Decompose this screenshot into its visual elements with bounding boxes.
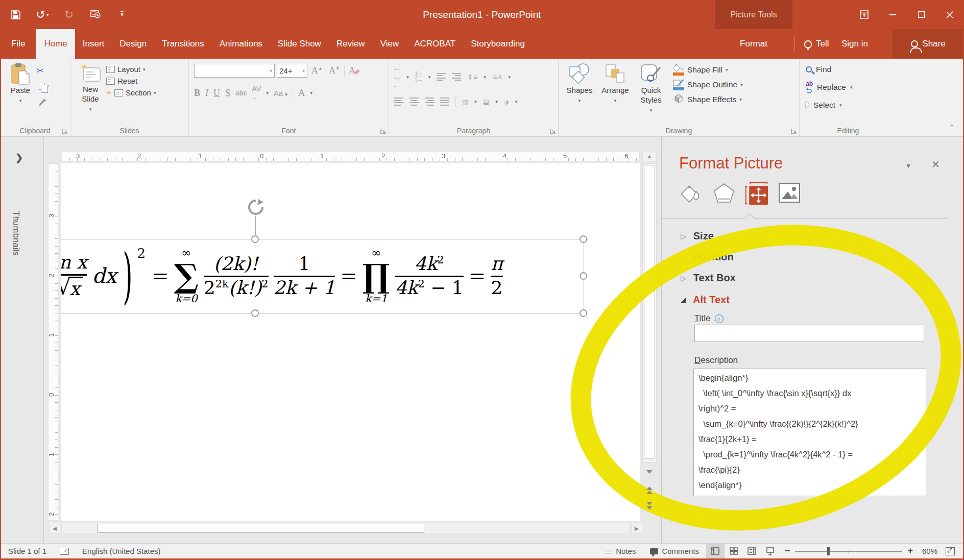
tab-design[interactable]: Design xyxy=(112,29,154,59)
effects-tab[interactable] xyxy=(712,181,736,205)
panel-options-dropdown-icon[interactable]: ▼ xyxy=(905,162,911,169)
align-left-icon[interactable] xyxy=(394,96,403,107)
bullets-button[interactable] xyxy=(394,64,400,90)
equation-image[interactable]: in x √x dx ) 2 = ∞ ∑ k=0 (2k)! 22k(k!)2 … xyxy=(61,240,503,311)
zoom-out-button[interactable]: − xyxy=(785,546,790,556)
line-spacing-button[interactable]: ⇕≡ xyxy=(467,73,477,81)
font-size-combo[interactable]: 24+▾ xyxy=(277,64,307,78)
section-text-box[interactable]: ▷ Text Box xyxy=(681,272,736,284)
fill-line-tab[interactable] xyxy=(679,181,704,205)
shrink-font-button[interactable]: A▼ xyxy=(327,65,342,76)
sign-in-link[interactable]: Sign in xyxy=(841,29,868,59)
zoom-in-button[interactable]: + xyxy=(907,546,913,556)
tab-acrobat[interactable]: ACROBAT xyxy=(406,29,463,59)
font-dialog-launcher[interactable] xyxy=(380,128,387,134)
collapse-ribbon-icon[interactable]: ⌃ xyxy=(949,123,955,131)
find-button[interactable]: Find xyxy=(806,65,897,74)
tab-animations[interactable]: Animations xyxy=(212,29,270,59)
hscroll-right-arrow[interactable]: ▶ xyxy=(631,523,642,534)
maximize-button[interactable] xyxy=(907,0,935,29)
tell-me-box[interactable]: Tell xyxy=(794,29,829,59)
numbering-button[interactable]: 1—2—3— xyxy=(415,71,422,82)
picture-tab[interactable] xyxy=(777,181,802,205)
panel-close-icon[interactable]: ✕ xyxy=(931,158,940,171)
justify-icon[interactable] xyxy=(440,96,449,107)
slide-indicator[interactable]: Slide 1 of 1 xyxy=(8,547,46,555)
new-slide-dropdown[interactable]: ▾ xyxy=(89,105,92,114)
text-direction-button[interactable]: ⇊A xyxy=(492,73,502,81)
paragraph-dialog-launcher[interactable] xyxy=(550,128,556,134)
bold-button[interactable]: B xyxy=(194,88,200,99)
slide-canvas[interactable]: in x √x dx ) 2 = ∞ ∑ k=0 (2k)! 22k(k!)2 … xyxy=(61,163,640,521)
section-alt-text[interactable]: ◢ Alt Text xyxy=(681,294,730,306)
underline-button[interactable]: U xyxy=(213,88,220,99)
paste-dropdown[interactable]: ▾ xyxy=(19,96,22,106)
ribbon-display-options-icon[interactable] xyxy=(850,0,878,29)
thumbnails-pane-collapsed[interactable]: ❯ Thumbnails xyxy=(1,137,44,543)
tab-view[interactable]: View xyxy=(373,29,407,59)
spellcheck-icon[interactable] xyxy=(60,548,69,555)
clear-formatting-button[interactable]: A xyxy=(347,65,362,76)
expand-thumbnails-icon[interactable]: ❯ xyxy=(15,152,23,163)
tab-home[interactable]: Home xyxy=(36,29,75,59)
zoom-percentage[interactable]: 60% xyxy=(918,547,942,555)
tab-storyboarding[interactable]: Storyboarding xyxy=(463,29,533,59)
section-button[interactable]: ✳Section▾ xyxy=(106,88,156,97)
alt-description-textarea[interactable]: \begin{align*} \left( \int_0^\infty \fra… xyxy=(693,369,926,496)
italic-button[interactable]: I xyxy=(205,88,208,99)
vscroll-thumb[interactable] xyxy=(644,165,655,458)
columns-button[interactable]: ▥ xyxy=(462,98,468,106)
language-indicator[interactable]: English (United States) xyxy=(82,547,160,555)
paste-button[interactable]: Paste ▾ xyxy=(0,59,36,136)
character-spacing-button[interactable]: AV↔ xyxy=(252,85,261,101)
layout-button[interactable]: Layout▾ xyxy=(106,65,156,74)
resize-handle-bottom-center[interactable] xyxy=(251,309,259,317)
resize-handle-top-right[interactable] xyxy=(580,235,587,243)
next-slide-button[interactable] xyxy=(642,499,657,512)
hscroll-thumb[interactable] xyxy=(98,524,424,533)
share-button[interactable]: Share xyxy=(893,29,964,59)
zoom-slider-thumb[interactable] xyxy=(827,547,830,555)
decrease-indent-icon[interactable] xyxy=(437,71,446,82)
tab-review[interactable]: Review xyxy=(329,29,373,59)
format-painter-button[interactable] xyxy=(37,96,54,108)
reset-button[interactable]: Reset xyxy=(106,77,156,85)
copy-button[interactable]: ▾ xyxy=(37,81,54,92)
shape-outline-button[interactable]: Shape Outline▾ xyxy=(673,79,743,90)
text-shadow-button[interactable]: S xyxy=(225,88,230,99)
align-center-icon[interactable] xyxy=(409,96,419,107)
grow-font-button[interactable]: A▲ xyxy=(309,65,325,76)
drawing-dialog-launcher[interactable] xyxy=(791,128,797,134)
vscroll-down-arrow[interactable] xyxy=(642,466,657,478)
slide-sorter-view-button[interactable] xyxy=(725,544,743,559)
slide-show-button[interactable] xyxy=(761,544,780,559)
notes-button[interactable]: Notes xyxy=(598,544,643,559)
resize-handle-bottom-right[interactable] xyxy=(580,309,587,317)
horizontal-scrollbar[interactable] xyxy=(61,523,630,534)
strikethrough-button[interactable]: abc xyxy=(235,89,247,97)
arrange-button[interactable]: Arrange ▾ xyxy=(597,59,633,136)
close-button[interactable] xyxy=(935,0,964,29)
select-button[interactable]: Select▾ xyxy=(806,101,897,110)
convert-smartart-button[interactable]: ⬗ xyxy=(504,98,509,106)
new-slide-button[interactable]: ✳ New Slide ▾ xyxy=(70,59,106,136)
info-icon[interactable]: i xyxy=(715,314,724,323)
tab-insert[interactable]: Insert xyxy=(75,29,112,59)
section-size[interactable]: ▷ Size xyxy=(681,230,714,242)
shape-effects-button[interactable]: Shape Effects▾ xyxy=(673,93,743,106)
tab-transitions[interactable]: Transitions xyxy=(154,29,212,59)
hscroll-left-arrow[interactable]: ◀ xyxy=(49,523,60,534)
comments-button[interactable]: Comments xyxy=(643,544,706,559)
shapes-button[interactable]: Shapes ▾ xyxy=(562,59,597,136)
shape-fill-button[interactable]: Shape Fill▾ xyxy=(673,64,743,76)
align-right-icon[interactable] xyxy=(425,96,434,107)
previous-slide-button[interactable] xyxy=(642,484,657,496)
change-case-button[interactable]: Aa ▾ xyxy=(274,89,287,98)
font-color-button[interactable]: A xyxy=(298,87,305,99)
replace-button[interactable]: ab⮌Replace▾ xyxy=(806,80,897,94)
normal-view-button[interactable] xyxy=(706,544,725,559)
font-name-combo[interactable]: ▾ xyxy=(194,64,275,78)
cut-button[interactable]: ✂ xyxy=(37,65,54,76)
reading-view-button[interactable] xyxy=(743,544,761,559)
tab-file[interactable]: File xyxy=(0,29,36,59)
